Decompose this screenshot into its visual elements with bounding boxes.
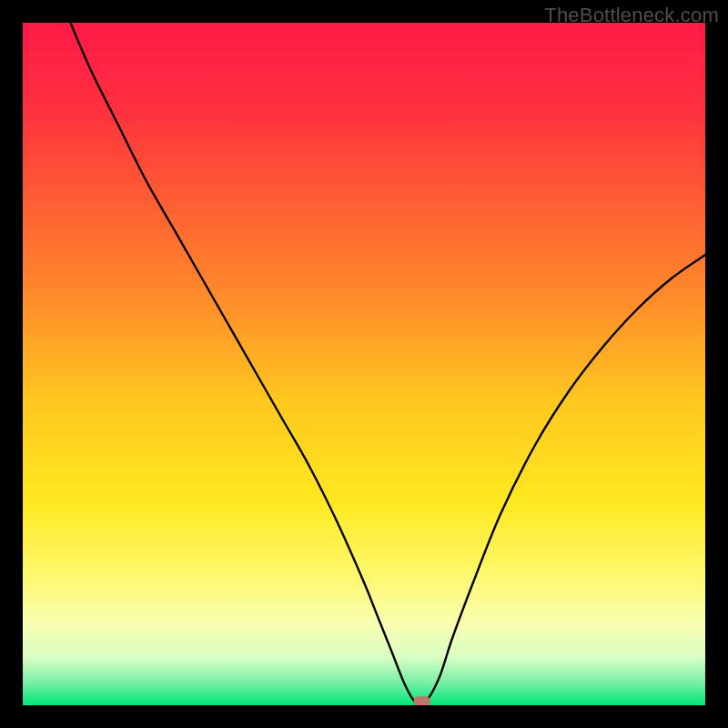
optimal-marker: [414, 696, 430, 705]
chart-frame: TheBottleneck.com: [0, 0, 728, 728]
plot-area: [23, 23, 705, 705]
watermark-text: TheBottleneck.com: [544, 4, 719, 27]
gradient-background: [23, 23, 705, 705]
bottleneck-chart: [23, 23, 705, 705]
